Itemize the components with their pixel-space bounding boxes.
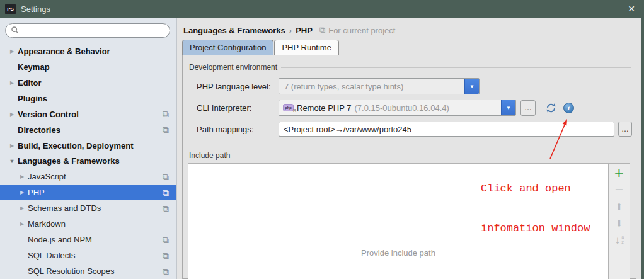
sort-alphabetically-icon[interactable]: ↓ az — [614, 234, 624, 247]
cli-interpreter-label: CLI Interpreter: — [197, 103, 279, 113]
tab-project-configuration[interactable]: Project Configuration — [182, 40, 273, 55]
path-mappings-input[interactable] — [279, 122, 614, 137]
sidebar-item-label: Markdown — [28, 219, 66, 229]
group-title: Development environment — [189, 63, 277, 72]
sidebar-item-version-control[interactable]: ▶ Version Control ⧉ — [0, 106, 176, 122]
search-input[interactable] — [23, 26, 164, 35]
project-settings-icon: ⧉ — [163, 251, 169, 260]
group-title: Include path — [189, 151, 230, 160]
cli-interpreter-row: CLI Interpreter: phpR Remote PHP 7 (7.0.… — [197, 100, 632, 116]
add-icon[interactable]: + — [614, 166, 624, 179]
sidebar-item-plugins[interactable]: Plugins — [0, 91, 176, 106]
chevron-right-icon[interactable]: ▶ — [18, 221, 26, 227]
scope-label: For current project — [328, 26, 395, 35]
sidebar-item-label: Languages & Frameworks — [18, 156, 120, 166]
group-divider — [234, 156, 631, 156]
sidebar-item-label: SQL Dialects — [28, 251, 75, 260]
interpreter-version: (7.0.15-0ubuntu0.16.04.4) — [354, 103, 449, 113]
sidebar-item-label: Plugins — [18, 94, 47, 103]
main-panel: Languages & Frameworks › PHP ⧉ For curre… — [177, 18, 644, 279]
cli-interpreter-select[interactable]: phpR Remote PHP 7 (7.0.15-0ubuntu0.16.04… — [279, 100, 516, 116]
php-language-level-row: PHP language level: 7 (return types, sca… — [197, 78, 632, 94]
breadcrumb-separator-icon: › — [289, 26, 292, 35]
window-edge — [641, 18, 644, 279]
sidebar-item-label: Keymap — [18, 62, 50, 72]
sidebar-item-label: Build, Execution, Deployment — [18, 141, 133, 151]
sidebar-item-php[interactable]: ▶ PHP ⧉ — [0, 185, 176, 200]
title-bar: PS Settings ✕ — [0, 0, 644, 18]
include-path-list[interactable]: Provide include path — [188, 163, 609, 279]
tab-php-runtime[interactable]: PHP Runtime — [274, 40, 339, 55]
remove-icon[interactable]: − — [614, 183, 624, 196]
sidebar-item-appearance-behavior[interactable]: ▶ Appearance & Behavior — [0, 43, 176, 59]
sidebar-item-sql-dialects[interactable]: SQL Dialects ⧉ — [0, 248, 176, 263]
project-settings-icon: ⧉ — [163, 110, 169, 118]
sidebar-item-label: JavaScript — [28, 172, 66, 181]
cli-interpreter-browse-button[interactable]: … — [520, 100, 536, 116]
tab-bar: Project Configuration PHP Runtime — [182, 40, 644, 55]
search-box[interactable] — [5, 23, 170, 38]
sidebar-item-javascript[interactable]: ▶ JavaScript ⧉ — [0, 169, 176, 185]
settings-sidebar: ▶ Appearance & Behavior Keymap ▶ Editor … — [0, 18, 177, 279]
chevron-right-icon[interactable]: ▶ — [8, 143, 16, 149]
group-development-environment: Development environment — [189, 63, 631, 72]
sidebar-item-nodejs-npm[interactable]: Node.js and NPM ⧉ — [0, 232, 176, 248]
chevron-right-icon[interactable]: ▶ — [8, 111, 16, 117]
breadcrumb-current: PHP — [296, 26, 313, 35]
chevron-right-icon[interactable]: ▶ — [18, 174, 26, 179]
close-icon[interactable]: ✕ — [619, 4, 644, 14]
chevron-down-icon[interactable]: ▼ — [464, 79, 479, 94]
project-settings-icon: ⧉ — [163, 267, 169, 276]
php-language-level-select[interactable]: 7 (return types, scalar type hints) ▼ — [279, 78, 480, 94]
group-include-path: Include path — [189, 151, 631, 160]
chevron-down-icon[interactable]: ▼ — [501, 100, 515, 115]
include-path-section: Provide include path + − ⬆ ⬇ ↓ az — [188, 163, 632, 279]
info-icon[interactable]: i — [563, 103, 574, 113]
selected-value: 7 (return types, scalar type hints) — [279, 82, 403, 91]
sidebar-item-schemas-dtds[interactable]: ▶ Schemas and DTDs ⧉ — [0, 200, 176, 216]
breadcrumb-parent[interactable]: Languages & Frameworks — [183, 26, 285, 35]
project-settings-icon: ⧉ — [163, 188, 169, 197]
chevron-down-icon[interactable]: ▼ — [8, 158, 16, 164]
tab-content-pane: Development environment PHP language lev… — [182, 55, 636, 279]
path-mappings-browse-button[interactable]: … — [618, 122, 632, 137]
move-down-icon[interactable]: ⬇ — [616, 217, 623, 230]
sidebar-item-editor[interactable]: ▶ Editor — [0, 75, 176, 91]
search-icon — [11, 26, 20, 35]
chevron-right-icon[interactable]: ▶ — [18, 205, 26, 211]
sidebar-item-label: Node.js and NPM — [28, 235, 92, 244]
sidebar-item-label: SQL Resolution Scopes — [28, 266, 115, 276]
sidebar-item-directories[interactable]: Directories ⧉ — [0, 122, 176, 138]
chevron-right-icon[interactable]: ▶ — [8, 48, 16, 54]
project-settings-icon: ⧉ — [319, 25, 325, 35]
include-path-toolbar: + − ⬆ ⬇ ↓ az — [609, 163, 630, 279]
project-settings-icon: ⧉ — [163, 204, 169, 213]
sidebar-item-build-execution-deployment[interactable]: ▶ Build, Execution, Deployment — [0, 138, 176, 154]
move-up-icon[interactable]: ⬆ — [616, 200, 623, 213]
sidebar-item-keymap[interactable]: Keymap — [0, 59, 176, 75]
path-mappings-row: Path mappings: … — [197, 121, 632, 137]
reload-interpreter-icon[interactable] — [545, 102, 557, 114]
group-divider — [281, 67, 631, 68]
sidebar-item-label: Directories — [18, 125, 60, 135]
sidebar-item-languages-frameworks[interactable]: ▼ Languages & Frameworks — [0, 154, 176, 169]
php-language-level-label: PHP language level: — [197, 82, 279, 91]
breadcrumb: Languages & Frameworks › PHP ⧉ For curre… — [177, 18, 644, 40]
path-mappings-label: Path mappings: — [197, 125, 279, 134]
sidebar-item-label: Schemas and DTDs — [28, 203, 101, 213]
sidebar-item-label: Appearance & Behavior — [18, 47, 110, 56]
sidebar-item-label: PHP — [28, 188, 45, 197]
sidebar-item-label: Version Control — [18, 110, 79, 119]
chevron-right-icon[interactable]: ▶ — [18, 190, 26, 195]
sidebar-item-markdown[interactable]: ▶ Markdown — [0, 216, 176, 232]
project-settings-icon: ⧉ — [163, 173, 169, 181]
sidebar-item-sql-resolution-scopes[interactable]: SQL Resolution Scopes ⧉ — [0, 263, 176, 279]
sidebar-item-label: Editor — [18, 78, 42, 88]
phpstorm-logo-icon: PS — [5, 4, 16, 14]
project-settings-icon: ⧉ — [163, 125, 169, 134]
chevron-right-icon[interactable]: ▶ — [8, 80, 16, 86]
php-remote-interpreter-icon: phpR — [283, 104, 294, 111]
empty-list-hint: Provide include path — [188, 248, 608, 258]
project-settings-icon: ⧉ — [163, 236, 169, 244]
window-title: Settings — [21, 4, 50, 14]
